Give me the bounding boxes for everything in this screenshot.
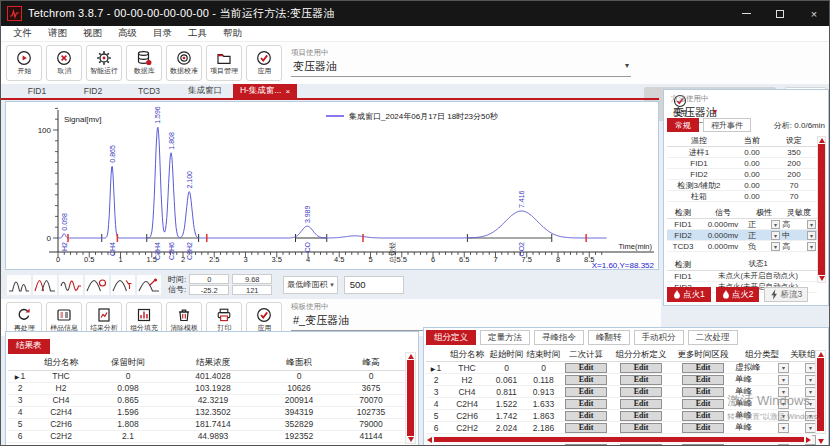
menu-item-3[interactable]: 高级 — [110, 27, 145, 40]
edit-button[interactable]: Edit — [620, 423, 662, 433]
edit-button[interactable]: Edit — [682, 399, 724, 409]
peak-tool-1-icon[interactable] — [33, 275, 57, 295]
edit-button[interactable]: Edit — [620, 399, 662, 409]
results-table-row[interactable]: ▶1THC0401.402800 — [8, 371, 416, 383]
maximize-button[interactable] — [763, 1, 797, 26]
edit-button[interactable]: Edit — [620, 375, 662, 385]
sensitivity-dropdown[interactable]: ▾ — [807, 231, 816, 240]
temp-table-row[interactable]: 检测3/辅助20.0070 — [667, 180, 817, 191]
temp-table-row[interactable]: 柱箱0.0070 — [667, 191, 817, 202]
chevron-down-icon[interactable]: ▾ — [625, 61, 629, 70]
component-tab-定量方法[interactable]: 定量方法 — [480, 330, 530, 345]
tab-active-integration[interactable]: H-集成窗...× — [233, 84, 297, 98]
tab-temp-program[interactable]: 程升事件 — [703, 118, 751, 132]
edit-button[interactable]: Edit — [682, 411, 724, 421]
edit-button[interactable]: Edit — [682, 363, 724, 373]
polarity-dropdown[interactable]: ▾ — [771, 231, 780, 240]
results-vertical-scrollbar[interactable] — [405, 352, 416, 444]
project-in-use-field[interactable]: 项目使用中 变压器油▾ — [291, 48, 631, 77]
chromatogram-plot[interactable]: 0100Signal[mv]集成窗口_2024年06月17日 18时23分50秒… — [6, 102, 656, 269]
tab-normal[interactable]: 常规 — [667, 118, 699, 132]
edit-button[interactable]: Edit — [620, 363, 662, 373]
signal-from-input[interactable]: -25.2 — [189, 285, 229, 295]
close-tab-icon[interactable]: × — [285, 87, 290, 96]
edit-button[interactable]: Edit — [565, 411, 607, 421]
results-table-button[interactable]: 结果表 — [8, 339, 50, 354]
results-table-row[interactable]: 6C2H22.144.989319235241144 — [8, 431, 416, 443]
menu-item-2[interactable]: 视图 — [75, 27, 110, 40]
component-table-row[interactable]: 2H20.0610.118EditEditEdit单峰▾▾ — [426, 374, 826, 386]
sensitivity-dropdown[interactable]: ▾ — [807, 220, 816, 229]
detector-table-row[interactable]: FID10.000mv正▾高▾ — [667, 219, 817, 230]
component-scroll-down-arrow[interactable] — [818, 439, 824, 444]
close-button[interactable]: × — [797, 1, 830, 26]
tab-FID1[interactable]: FID1 — [9, 84, 65, 98]
signal-to-input[interactable]: 121 — [232, 285, 272, 295]
results-table-row[interactable]: 7CO3.989132.78179695310994 — [8, 443, 416, 446]
time-to-input[interactable]: 9.68 — [232, 274, 272, 284]
component-table-row[interactable]: ▶1THC00EditEditEdit虚拟峰▾▾ — [426, 362, 826, 374]
component-type-dropdown[interactable]: ▾ — [778, 387, 789, 397]
temp-table-row[interactable]: FID10.00200 — [667, 158, 817, 169]
edit-button[interactable]: Edit — [565, 399, 607, 409]
peak-tool-5-icon[interactable] — [137, 275, 161, 295]
menu-item-4[interactable]: 目录 — [145, 27, 180, 40]
edit-button[interactable]: Edit — [682, 387, 724, 397]
results-table-row[interactable]: 4C2H41.596132.3502394319102735 — [8, 407, 416, 419]
menu-item-6[interactable]: 帮助 — [215, 27, 250, 40]
component-table-row[interactable]: 6C2H22.0242.186EditEditEdit单峰▾▾ — [426, 422, 826, 434]
edit-button[interactable]: Edit — [565, 363, 607, 373]
toolbar1-5-button[interactable]: 项目管理 — [206, 45, 242, 81]
detector-table-row[interactable]: TCD30.000mv负▾高▾ — [667, 241, 817, 252]
results-table-row[interactable]: 5C2H61.808181.741435282979000 — [8, 419, 416, 431]
tab-FID2[interactable]: FID2 — [65, 84, 121, 98]
edit-button[interactable]: Edit — [565, 375, 607, 385]
detector-table-row[interactable]: FID20.000mv正▾中▾ — [667, 230, 817, 241]
component-tab-寻峰指令[interactable]: 寻峰指令 — [534, 330, 584, 345]
component-type-dropdown[interactable]: ▾ — [778, 375, 789, 385]
toolbar1-4-button[interactable]: 数据校准 — [166, 45, 202, 81]
temp-table-row[interactable]: 进样10.00350 — [667, 147, 817, 158]
ignite-1-button[interactable]: 点火1 — [667, 287, 711, 302]
menu-item-1[interactable]: 谱图 — [40, 27, 75, 40]
peak-tool-0-icon[interactable] — [7, 275, 31, 295]
component-table-row[interactable]: 5C2H61.7421.863EditEditEdit单峰▾▾ — [426, 410, 826, 422]
peak-tool-2-icon[interactable] — [59, 275, 83, 295]
min-peak-area-input[interactable]: 500 — [344, 276, 404, 294]
time-from-input[interactable]: 0 — [189, 274, 229, 284]
temp-table-row[interactable]: FID20.00200 — [667, 169, 817, 180]
toolbar1-0-button[interactable]: 开始 — [6, 45, 42, 81]
component-type-dropdown[interactable]: ▾ — [778, 399, 789, 409]
component-type-dropdown[interactable]: ▾ — [778, 411, 789, 421]
toolbar1-6-button[interactable]: 应用 — [246, 45, 282, 81]
chevron-down-icon[interactable]: ▾ — [713, 107, 717, 116]
menu-item-5[interactable]: 工具 — [180, 27, 215, 40]
component-vertical-scrollbar[interactable] — [815, 350, 826, 434]
edit-button[interactable]: Edit — [682, 375, 724, 385]
component-tab-峰翻转[interactable]: 峰翻转 — [588, 330, 630, 345]
tab-TCD3[interactable]: TCD3 — [121, 84, 177, 98]
tab-集成窗口[interactable]: 集成窗口 — [177, 84, 233, 98]
edit-button[interactable]: Edit — [682, 423, 724, 433]
component-table-row[interactable]: 4C2H41.5221.633EditEditEdit单峰▾▾ — [426, 398, 826, 410]
polarity-dropdown[interactable]: ▾ — [771, 220, 780, 229]
toolbar1-1-button[interactable]: 取消 — [46, 45, 82, 81]
menu-item-0[interactable]: 文件 — [5, 27, 40, 40]
sensitivity-dropdown[interactable]: ▾ — [807, 242, 816, 251]
results-table-row[interactable]: 3CH40.86542.321920091470070 — [8, 395, 416, 407]
edit-button[interactable]: Edit — [620, 411, 662, 421]
component-tab-组分定义[interactable]: 组分定义 — [426, 330, 476, 345]
component-type-dropdown[interactable]: ▾ — [778, 423, 789, 433]
edit-button[interactable]: Edit — [565, 423, 607, 433]
edit-button[interactable]: Edit — [620, 387, 662, 397]
minimize-button[interactable] — [729, 1, 763, 26]
component-horizontal-scrollbar[interactable] — [426, 435, 812, 444]
edit-button[interactable]: Edit — [565, 387, 607, 397]
chromatogram-panel[interactable]: 0100Signal[mv]集成窗口_2024年06月17日 18时23分50秒… — [5, 101, 659, 270]
ignite-2-button[interactable]: 点火2 — [716, 287, 760, 302]
component-table-row[interactable]: 3CH40.8110.913EditEditEdit单峰▾▾ — [426, 386, 826, 398]
bridge-current-button[interactable]: 桥流3 — [764, 287, 808, 302]
peak-tool-4-icon[interactable] — [111, 275, 135, 295]
toolbar1-2-button[interactable]: 智能运行 — [86, 45, 122, 81]
polarity-dropdown[interactable]: ▾ — [771, 242, 780, 251]
